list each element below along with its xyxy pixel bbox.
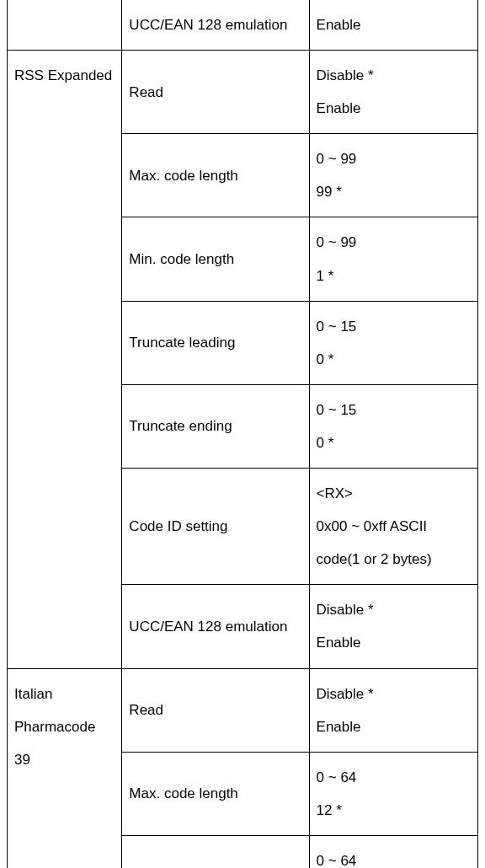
options-cell: Enable [309, 0, 477, 51]
options-cell: Disable *Enable [309, 51, 477, 134]
options-cell: 0 ~ 649 * [309, 835, 477, 868]
symbology-cell: RSS Expanded [8, 51, 122, 668]
setting-cell: UCC/EAN 128 emulation [122, 585, 309, 668]
setting-cell: Min. code length [122, 835, 309, 868]
setting-cell: Min. code length [122, 217, 309, 301]
options-cell: Disable *Enable [309, 668, 477, 752]
table-row: Italian Pharmacode 39 Read Disable *Enab… [8, 668, 478, 752]
options-cell: <RX>0x00 ~ 0xff ASCII code(1 or 2 bytes) [309, 469, 477, 585]
setting-cell: Max. code length [122, 134, 309, 217]
options-cell: 0 ~ 150 * [309, 301, 477, 384]
setting-cell: Max. code length [122, 752, 309, 835]
symbology-cell: Italian Pharmacode 39 [8, 668, 122, 868]
options-cell: 0 ~ 6412 * [309, 752, 477, 835]
options-cell: 0 ~ 991 * [309, 217, 477, 301]
options-cell: 0 ~ 9999 * [309, 134, 477, 217]
symbology-cell [8, 0, 122, 51]
setting-cell: Read [122, 51, 309, 134]
setting-cell: Code ID setting [122, 469, 309, 585]
options-cell: Disable *Enable [309, 585, 477, 668]
setting-cell: Read [122, 668, 309, 752]
table-row: RSS Expanded Read Disable *Enable [8, 51, 478, 134]
options-cell: 0 ~ 150 * [309, 384, 477, 468]
setting-cell: Truncate leading [122, 301, 309, 384]
table-row: UCC/EAN 128 emulation Enable [8, 0, 478, 51]
setting-cell: UCC/EAN 128 emulation [122, 0, 309, 51]
settings-table: UCC/EAN 128 emulation Enable RSS Expande… [7, 0, 478, 868]
setting-cell: Truncate ending [122, 384, 309, 468]
